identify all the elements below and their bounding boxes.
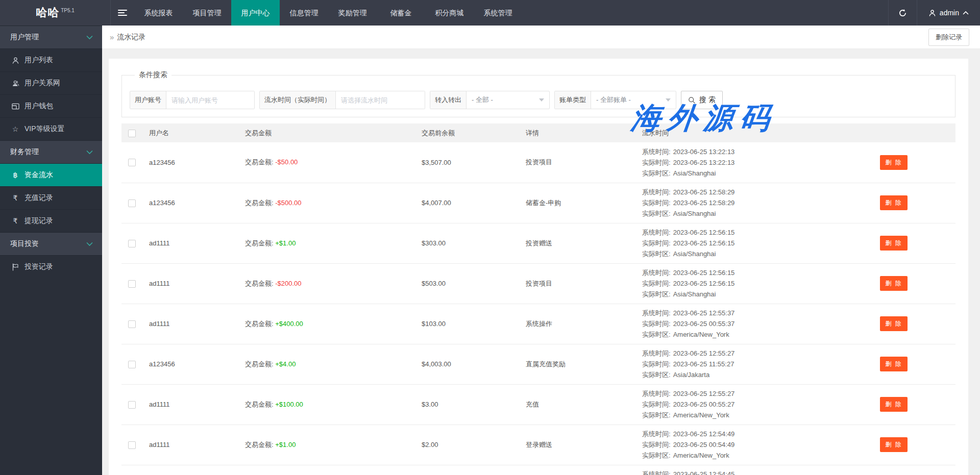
row-times: 系统时间:2023-06-25 12:54:45	[637, 465, 832, 475]
row-checkbox[interactable]	[128, 159, 136, 166]
top-navigation: 系统报表项目管理用户中心信息管理奖励管理储蓄金积分商城系统管理	[134, 0, 522, 26]
direction-select[interactable]: - 全部 -	[467, 91, 549, 109]
flow-time-field-group: 流水时间（实际时间）	[259, 91, 425, 109]
nav-item-5[interactable]: 奖励管理	[328, 0, 377, 26]
row-username: ad1111	[144, 223, 240, 263]
row-username: a123456	[144, 183, 240, 223]
row-times: 系统时间:2023-06-25 12:55:37 实际时间:2023-06-25…	[637, 304, 832, 344]
account-input[interactable]	[166, 91, 254, 109]
refresh-icon[interactable]	[888, 0, 917, 26]
sidebar-item[interactable]: ☆VIP等级设置	[0, 117, 102, 140]
row-detail	[521, 465, 637, 475]
search-icon	[688, 96, 696, 104]
star-icon: ☆	[11, 125, 20, 133]
column-header: 用户名	[144, 123, 240, 142]
table-row: ad1111 交易金额: +$1.00 $2.00 登录赠送 系统时间:2023…	[121, 424, 955, 465]
delete-records-button[interactable]: 删除记录	[928, 29, 969, 46]
nav-item-2[interactable]: 项目管理	[183, 0, 231, 26]
flow-time-input[interactable]	[336, 91, 425, 109]
breadcrumb: » 流水记录	[110, 33, 145, 42]
row-amount: 交易金额: +$4.00	[240, 344, 416, 384]
row-delete-button[interactable]: 删 除	[880, 437, 907, 452]
nav-item-3[interactable]: 用户中心	[231, 0, 280, 26]
rupee-icon: ₹	[11, 217, 20, 225]
row-checkbox[interactable]	[128, 361, 136, 368]
row-balance: $3,507.00	[416, 142, 521, 183]
logo-text: 哈哈	[36, 5, 59, 20]
search-panel: 条件搜索 用户账号 流水时间（实际时间） 转入转出 - 全部 -	[121, 70, 955, 117]
nav-item-4[interactable]: 信息管理	[280, 0, 328, 26]
topbar-right: admin	[888, 0, 980, 26]
account-field-label: 用户账号	[130, 91, 166, 109]
sidebar-item[interactable]: 用户关系网	[0, 71, 102, 94]
column-header: 交易前余额	[416, 123, 521, 142]
search-button[interactable]: 搜 索	[681, 91, 723, 109]
sidebar-item[interactable]: 用户列表	[0, 48, 102, 71]
direction-field-group: 转入转出 - 全部 -	[430, 91, 550, 109]
sidebar-item[interactable]: ₹充值记录	[0, 186, 102, 209]
table-row: a123456 交易金额: -$500.00 $4,007.00 储蓄金-申购 …	[121, 183, 955, 223]
row-checkbox[interactable]	[128, 441, 136, 449]
user-menu[interactable]: admin	[917, 0, 980, 26]
direction-field-label: 转入转出	[430, 91, 467, 109]
table-row: ad1111 交易金额: +$400.00 $103.00 系统操作 系统时间:…	[121, 304, 955, 344]
nav-item-6[interactable]: 储蓄金	[377, 0, 425, 26]
sidebar-group-header[interactable]: 财务管理	[0, 140, 102, 163]
row-amount	[240, 465, 416, 475]
row-username: ad1111	[144, 384, 240, 424]
row-username: a123456	[144, 344, 240, 384]
row-times: 系统时间:2023-06-25 12:55:27 实际时间:2023-06-25…	[637, 344, 832, 384]
nav-item-1[interactable]: 系统报表	[134, 0, 183, 26]
row-delete-button[interactable]: 删 除	[880, 276, 907, 291]
sidebar: 用户管理用户列表用户关系网用户钱包☆VIP等级设置财务管理฿资金流水₹充值记录₹…	[0, 26, 102, 475]
row-detail: 充值	[521, 384, 637, 424]
table-row: a123456 交易金额: -$50.00 $3,507.00 投资项目 系统时…	[121, 142, 955, 183]
sidebar-group-header[interactable]: 项目投资	[0, 232, 102, 255]
row-delete-button[interactable]: 删 除	[880, 236, 907, 251]
row-times: 系统时间:2023-06-25 12:56:15 实际时间:2023-06-25…	[637, 263, 832, 304]
row-delete-button[interactable]: 删 除	[880, 357, 907, 371]
nav-item-7[interactable]: 积分商城	[425, 0, 474, 26]
bill-type-select[interactable]: - 全部账单 -	[591, 91, 676, 109]
select-all-checkbox[interactable]	[128, 130, 136, 137]
row-checkbox[interactable]	[128, 240, 136, 247]
search-panel-legend: 条件搜索	[135, 70, 172, 80]
row-checkbox[interactable]	[128, 199, 136, 207]
sidebar-item[interactable]: ₹提现记录	[0, 209, 102, 232]
row-delete-button[interactable]: 删 除	[880, 397, 907, 412]
sidebar-item[interactable]: 用户钱包	[0, 94, 102, 117]
table-row: a123456 交易金额: +$4.00 $4,003.00 直属充值奖励 系统…	[121, 344, 955, 384]
row-detail: 直属充值奖励	[521, 344, 637, 384]
row-detail: 系统操作	[521, 304, 637, 344]
nav-item-8[interactable]: 系统管理	[474, 0, 522, 26]
row-checkbox[interactable]	[128, 320, 136, 328]
table-row: 系统时间:2023-06-25 12:54:45 删 除	[121, 465, 955, 475]
row-delete-button[interactable]: 删 除	[880, 195, 907, 210]
table-row: ad1111 交易金额: -$200.00 $503.00 投资项目 系统时间:…	[121, 263, 955, 304]
row-times: 系统时间:2023-06-25 13:22:13 实际时间:2023-06-25…	[637, 142, 832, 183]
search-row: 用户账号 流水时间（实际时间） 转入转出 - 全部 -	[130, 91, 947, 109]
hamburger-menu-icon[interactable]	[111, 0, 134, 26]
chevron-down-icon	[86, 150, 93, 155]
row-checkbox[interactable]	[128, 401, 136, 409]
row-checkbox[interactable]	[128, 280, 136, 288]
main-area: » 流水记录 删除记录 条件搜索 用户账号 流水时间（实际时间）	[102, 26, 980, 475]
sidebar-item[interactable]: ฿资金流水	[0, 163, 102, 186]
page-title: 流水记录	[117, 33, 145, 42]
flow-records-table: 用户名交易金额交易前余额详情流水时间 a123456 交易金额: -$50.00…	[121, 123, 955, 475]
row-detail: 投资赠送	[521, 223, 637, 263]
sidebar-group-header[interactable]: 用户管理	[0, 26, 102, 48]
column-header: 流水时间	[637, 123, 832, 142]
flow-time-field-label: 流水时间（实际时间）	[260, 91, 336, 109]
sidebar-item[interactable]: 投资记录	[0, 255, 102, 278]
bitcoin-icon: ฿	[11, 171, 20, 179]
row-amount: 交易金额: -$200.00	[240, 263, 416, 304]
app-root: 哈哈 TP5.1 系统报表项目管理用户中心信息管理奖励管理储蓄金积分商城系统管理	[0, 0, 980, 475]
row-amount: 交易金额: -$500.00	[240, 183, 416, 223]
chevron-up-icon	[963, 11, 969, 15]
row-balance: $3.00	[416, 384, 521, 424]
row-delete-button[interactable]: 删 除	[880, 155, 907, 170]
row-delete-button[interactable]: 删 除	[880, 316, 907, 331]
row-amount: 交易金额: +$1.00	[240, 223, 416, 263]
row-amount: 交易金额: +$1.00	[240, 424, 416, 465]
